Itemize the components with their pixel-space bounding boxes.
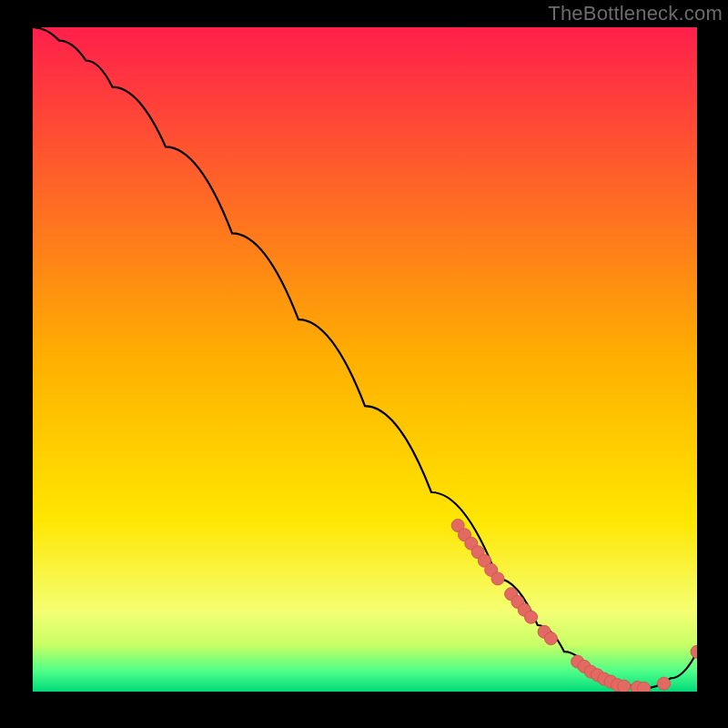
bottleneck-chart	[33, 27, 697, 692]
marker-point	[658, 677, 671, 690]
marker-point	[491, 572, 504, 585]
watermark-text: TheBottleneck.com	[548, 2, 723, 25]
gradient-background	[33, 27, 697, 692]
chart-frame: TheBottleneck.com	[0, 0, 728, 728]
marker-point	[544, 632, 557, 645]
marker-point	[638, 682, 651, 692]
plot-area	[33, 27, 697, 692]
marker-point	[525, 611, 538, 623]
marker-point	[618, 680, 631, 692]
